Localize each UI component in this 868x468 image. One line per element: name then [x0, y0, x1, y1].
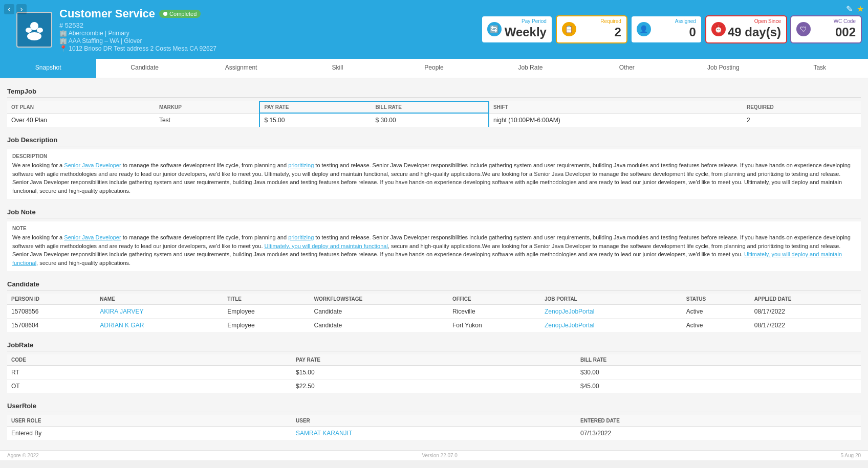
code-cell: OT — [7, 380, 292, 393]
job-description-section: Job Description DESCRIPTION We are looki… — [7, 132, 861, 199]
status-cell: Active — [682, 319, 750, 332]
col-user: USER — [292, 415, 576, 427]
job-description-title: Job Description — [7, 132, 861, 146]
required-box: 📋 Required 2 — [556, 15, 627, 43]
staffing-info: 🏢 AAA Staffing – WA | Glover — [59, 37, 481, 44]
candidate-name-link[interactable]: ADRIAN K GAR — [100, 322, 144, 329]
open-since-label: Open Since — [728, 18, 781, 24]
ot-plan-cell: Over 40 Plan — [7, 113, 155, 127]
svg-point-1 — [26, 28, 32, 33]
col-markup: MARKUP — [155, 101, 259, 113]
candidate-table: PERSON ID NAME TITLE WORKFLOWSTAGE OFFIC… — [7, 294, 861, 332]
portal-cell: ZenopJeJobPortal — [540, 319, 682, 332]
job-rate-section: JobRate CODE PAY RATE BILL RATE RT $15.0… — [7, 337, 861, 393]
office-cell: Fort Yukon — [448, 319, 540, 332]
version: Version 22.07.0 — [422, 453, 458, 458]
col-pay-rate: PAY RATE — [259, 101, 371, 113]
navigation-arrows: ‹ › — [4, 4, 27, 14]
note-text: We are looking for a Senior Java Develop… — [12, 233, 856, 267]
description-label: DESCRIPTION — [12, 153, 856, 159]
shift-cell: night (10:00PM-6:00AM) — [489, 113, 743, 127]
tempjob-title: TempJob — [7, 83, 861, 98]
pay-rate-cell: $ 15.00 — [259, 113, 371, 127]
svg-point-3 — [27, 32, 41, 40]
table-row: OT $22.50 $45.00 — [7, 380, 861, 393]
status-dot — [163, 12, 167, 16]
user-role-cell: Entered By — [7, 427, 292, 440]
workflow-cell: Candidate — [310, 305, 448, 319]
open-since-box: ⏰ Open Since 49 day(s) — [705, 15, 787, 43]
date: 5 Aug 20 — [841, 453, 861, 458]
wc-code-value: 002 — [813, 25, 856, 39]
pay-period-box: 🔄 Pay Period Weekly — [481, 15, 553, 43]
tab-job-posting[interactable]: Job Posting — [675, 59, 771, 78]
job-note-title: Job Note — [7, 204, 861, 218]
open-since-icon: ⏰ — [711, 22, 726, 36]
candidate-title: Candidate — [7, 276, 861, 291]
col-bill-rate: BILL RATE — [372, 101, 489, 113]
tab-skill[interactable]: Skill — [289, 59, 385, 78]
company-name: 🏢 Abercrombie | Primary — [59, 30, 481, 37]
table-row: 15708556 AKIRA JARVEY Employee Candidate… — [7, 305, 861, 319]
tab-assignment[interactable]: Assignment — [193, 59, 289, 78]
col-code: CODE — [7, 354, 292, 366]
entered-date-cell: 07/13/2022 — [576, 427, 861, 440]
wc-code-label: WC Code — [813, 18, 856, 24]
tab-task[interactable]: Task — [772, 59, 868, 78]
col-name: NAME — [96, 294, 223, 305]
edit-icon[interactable]: ✎ — [846, 4, 853, 14]
job-rate-title: JobRate — [7, 337, 861, 351]
col-title: TITLE — [223, 294, 310, 305]
top-right-icons: ✎ ★ — [846, 4, 864, 14]
col-pay-rate: PAY RATE — [292, 354, 576, 366]
required-cell: 2 — [743, 113, 861, 127]
address-info: 📍 1012 Brioso DR Test address 2 Costs Me… — [59, 45, 481, 52]
assigned-box: 👤 Assigned 0 — [631, 15, 702, 43]
tab-candidate[interactable]: Candidate — [96, 59, 192, 78]
candidate-section: Candidate PERSON ID NAME TITLE WORKFLOWS… — [7, 276, 861, 332]
tab-people[interactable]: People — [386, 59, 482, 78]
assigned-icon: 👤 — [637, 22, 651, 36]
nav-forward-button[interactable]: › — [16, 4, 27, 14]
bill-rate-cell: $ 30.00 — [372, 113, 489, 127]
person-id-cell: 15708604 — [7, 319, 96, 332]
tab-job-rate[interactable]: Job Rate — [482, 59, 578, 78]
header: ‹ › Customer Service Completed # 52532 🏢… — [0, 0, 868, 59]
job-rate-table: CODE PAY RATE BILL RATE RT $15.00 $30.00… — [7, 354, 861, 393]
wc-code-box: 🛡 WC Code 002 — [790, 15, 862, 43]
col-user-role: USER ROLE — [7, 415, 292, 427]
bill-rate-cell: $30.00 — [576, 366, 861, 380]
main-content: TempJob OT PLAN MARKUP PAY RATE BILL RAT… — [0, 78, 868, 450]
description-text: We are looking for a Senior Java Develop… — [12, 161, 856, 195]
office-cell: Riceville — [448, 305, 540, 319]
col-ot-plan: OT PLAN — [7, 101, 155, 113]
col-portal: JOB PORTAL — [540, 294, 682, 305]
applied-date-cell: 08/17/2022 — [750, 319, 861, 332]
pay-period-icon: 🔄 — [487, 22, 502, 36]
user-link[interactable]: SAMRAT KARANJIT — [296, 430, 352, 437]
workflow-cell: Candidate — [310, 319, 448, 332]
tab-snapshot[interactable]: Snapshot — [0, 59, 96, 78]
portal-link[interactable]: ZenopJeJobPortal — [545, 322, 594, 329]
tempjob-table: OT PLAN MARKUP PAY RATE BILL RATE SHIFT … — [7, 101, 861, 127]
note-label: NOTE — [12, 226, 856, 231]
table-row: RT $15.00 $30.00 — [7, 366, 861, 380]
candidate-name-link[interactable]: AKIRA JARVEY — [100, 308, 143, 315]
job-note-section: Job Note NOTE We are looking for a Senio… — [7, 204, 861, 271]
portal-link[interactable]: ZenopJeJobPortal — [545, 308, 594, 315]
user-role-table: USER ROLE USER ENTERED DATE Entered By S… — [7, 415, 861, 440]
required-value: 2 — [578, 25, 621, 39]
star-icon[interactable]: ★ — [857, 4, 864, 14]
required-icon: 📋 — [562, 22, 576, 36]
name-cell: AKIRA JARVEY — [96, 305, 223, 319]
bill-rate-cell: $45.00 — [576, 380, 861, 393]
title-cell: Employee — [223, 305, 310, 319]
nav-back-button[interactable]: ‹ — [4, 4, 14, 14]
tab-other[interactable]: Other — [579, 59, 675, 78]
title-cell: Employee — [223, 319, 310, 332]
person-id-cell: 15708556 — [7, 305, 96, 319]
pay-period-value: Weekly — [504, 25, 547, 39]
user-cell: SAMRAT KARANJIT — [292, 427, 576, 440]
stat-boxes: 🔄 Pay Period Weekly 📋 Required 2 — [481, 15, 862, 43]
company-logo — [16, 12, 52, 48]
